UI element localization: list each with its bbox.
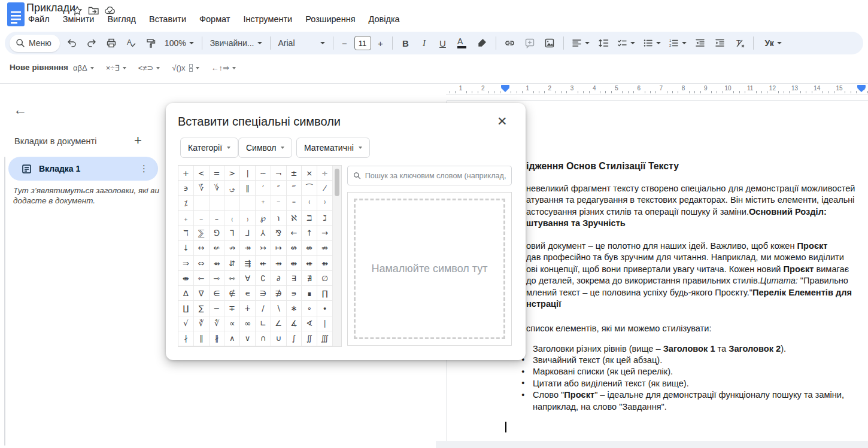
doc-line-16[interactable]: Слово "Проєкт" – ідеальне для демонстрац… [533,389,844,401]
symbol-cell-r9c1[interactable]: ∑ [194,301,210,316]
doc-line-11[interactable]: список елементів, які ми можемо стилізув… [526,323,712,334]
symbol-cell-r1c1[interactable]: ؆ [194,181,210,196]
symbol-cell-r0c9[interactable]: ÷ [317,166,333,181]
symbol-cell-r6c7[interactable]: ⇹ [287,256,302,271]
symbol-cell-r1c3[interactable]: ؈ [224,181,240,196]
symbol-cell-r0c4[interactable]: | [240,166,256,181]
symbol-cell-r11c9[interactable]: ∭ [317,331,333,346]
menu-edit[interactable]: Змінити [57,14,100,25]
symbol-cell-r5c3[interactable]: ↛ [224,241,240,256]
symbol-cell-r5c0[interactable]: ↓ [178,241,194,256]
symbol-cell-r3c0[interactable]: ₊ [178,211,194,225]
symbol-cell-r2c0[interactable]: ⁒ [178,196,194,211]
symbol-cell-r10c0[interactable]: √ [178,316,194,331]
doc-line-17[interactable]: наприклад, на слово "Завдання". [533,401,667,413]
symbol-cell-r10c8[interactable]: ∢ [302,316,317,331]
symbol-cell-r5c7[interactable]: ↮ [287,241,302,256]
redo-button[interactable] [84,35,99,51]
symbol-cell-r11c1[interactable]: ∥ [194,331,210,346]
menu-help[interactable]: Довідка [363,14,405,25]
symbol-cell-r4c5[interactable]: ⅄ [256,226,271,241]
symbol-cell-r11c7[interactable]: ∫ [287,331,302,346]
symbol-cell-r0c0[interactable]: + [178,166,194,181]
equation-group-4[interactable]: ←↑⇒ [211,63,236,72]
symbol-cell-r6c8[interactable]: ⇺ [302,256,317,271]
clear-formatting-button[interactable]: T [732,35,748,51]
symbol-cell-r10c1[interactable]: ∛ [194,316,210,331]
symbol-cell-r10c7[interactable]: ∡ [287,316,302,331]
symbol-cell-r7c4[interactable]: ∀ [240,271,256,286]
doc-line-14[interactable]: Марковані списки (як цей перелік). [533,366,673,377]
underline-button[interactable]: U [436,35,450,51]
decrease-indent-button[interactable] [693,35,708,51]
bold-button[interactable]: B [399,35,413,51]
symbol-cell-r2c8[interactable]: ⁽ [302,196,317,211]
symbol-cell-r4c2[interactable]: ⅁ [210,226,225,241]
doc-line-15[interactable]: Цитати або виділений текст (як вище). [533,378,689,389]
left-indent-marker[interactable] [501,88,509,92]
symbol-cell-r9c0[interactable]: ∐ [178,301,194,316]
symbol-cell-r9c7[interactable]: ∗ [287,301,302,316]
symbol-cell-r7c5[interactable]: ∁ [256,271,271,286]
symbol-cell-r0c8[interactable]: × [302,166,317,181]
highlight-color-button[interactable] [474,35,490,51]
tab-options-kebab[interactable]: ⋮ [139,163,148,174]
symbol-draw-area[interactable]: Намалюйте символ тут [347,192,512,346]
horizontal-ruler[interactable]: 1212345678910111213141516 [446,84,868,94]
symbol-cell-r4c8[interactable]: ↑ [302,226,317,241]
symbol-cell-r7c8[interactable]: ∄ [302,271,317,286]
doc-line-7[interactable]: ові концепції, щоб вони привертали увагу… [526,264,849,275]
equation-group-1[interactable]: ×÷∃ [106,63,126,72]
print-button[interactable] [104,35,119,51]
symbol-cell-r8c4[interactable]: ∊ [240,286,256,301]
symbol-cell-r10c4[interactable]: ∞ [240,316,256,331]
doc-line-2[interactable]: атування та редагування в текстових реда… [526,194,855,206]
zoom-select[interactable]: 100% [163,38,196,48]
doc-line-0[interactable]: ідження Основ Стилізації Тексту [526,160,679,172]
symbol-cell-r11c0[interactable]: ∤ [178,331,194,346]
symbol-cell-r11c4[interactable]: ∨ [240,331,256,346]
equation-group-3[interactable]: √()x [172,63,199,72]
symbol-cell-r7c2[interactable]: ⇾ [210,271,225,286]
numbered-list-select[interactable]: 12 [667,38,688,48]
symbol-cell-r6c0[interactable]: ⇒ [178,256,194,271]
checklist-select[interactable] [615,38,637,48]
symbol-cell-r1c9[interactable]: ⁄ [317,181,333,196]
symbol-cell-r9c8[interactable]: ∘ [302,301,317,316]
symbol-cell-r3c1[interactable]: ₋ [194,211,210,225]
symbol-cell-r4c6[interactable]: ⅋ [271,226,287,241]
symbol-cell-r6c2[interactable]: ⇴ [210,256,225,271]
symbol-cell-r8c5[interactable]: ∋ [256,286,271,301]
right-indent-marker[interactable] [857,88,866,92]
symbol-cell-r9c2[interactable]: − [210,301,225,316]
symbol-cell-r4c1[interactable]: ⅀ [194,226,210,241]
symbol-cell-r3c6[interactable]: ℩ [271,211,287,225]
symbol-cell-r9c4[interactable]: ∔ [240,301,256,316]
subcategory-dropdown[interactable]: Математичні [296,138,370,158]
symbol-cell-r5c4[interactable]: ↠ [240,241,256,256]
increase-font-size-button[interactable]: + [375,35,386,51]
symbol-cell-r0c5[interactable]: ~ [256,166,271,181]
line-spacing-button[interactable] [596,35,611,51]
input-tools-select[interactable]: Ук [763,38,784,48]
equation-group-2[interactable]: <≠⊃ [138,63,160,72]
doc-line-10[interactable]: нстрації [526,298,561,310]
paragraph-style-select[interactable]: Звичайни... [208,38,264,48]
font-size-input[interactable]: 11 [354,36,371,50]
symbol-cell-r6c3[interactable]: ⇵ [224,256,240,271]
symbol-cell-r11c3[interactable]: ∧ [224,331,240,346]
text-color-button[interactable]: A [454,35,470,51]
symbol-cell-r1c6[interactable]: ″ [271,181,287,196]
symbol-cell-r9c9[interactable]: ∙ [317,301,333,316]
category-dropdown[interactable]: Категорії [180,138,238,158]
menu-file[interactable]: Файл [23,14,55,25]
doc-line-1[interactable]: невеликий фрагмент тексту створено спеці… [526,183,855,194]
symbol-cell-r11c6[interactable]: ∪ [271,331,287,346]
symbol-cell-r3c3[interactable]: ₍ [224,211,240,225]
symbol-cell-r5c2[interactable]: ↚ [210,241,225,256]
symbol-cell-r3c7[interactable]: ℵ [287,211,302,225]
symbol-cell-r5c8[interactable]: ⇎ [302,241,317,256]
symbol-cell-r2c7[interactable]: ⁼ [287,196,302,211]
spellcheck-button[interactable]: A [123,35,139,51]
bulleted-list-select[interactable] [641,38,663,48]
